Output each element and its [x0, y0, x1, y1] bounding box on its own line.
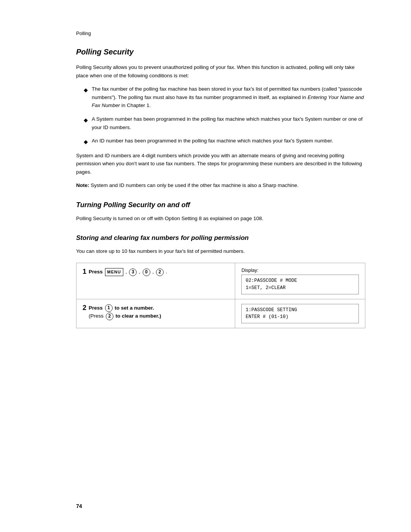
key-2-step2: 2: [106, 313, 113, 320]
key-3: 3: [129, 268, 137, 276]
step-1-number: 1: [83, 268, 89, 276]
step-1-display-cell: Display: 02:PASSCODE # MODE 1=SET, 2=CLE…: [235, 263, 365, 299]
display-box-1: 02:PASSCODE # MODE 1=SET, 2=CLEAR: [241, 275, 359, 294]
polling-security-intro: Polling Security allows you to prevent u…: [76, 63, 365, 80]
diamond-icon-1: ◆: [84, 86, 88, 94]
polling-security-section: Polling Security Polling Security allows…: [76, 48, 365, 190]
storing-clearing-section: Storing and clearing fax numbers for pol…: [76, 234, 365, 329]
turning-on-off-section: Turning Polling Security on and off Poll…: [76, 201, 365, 223]
bullet-item-3: ◆ An ID number has been programmed in th…: [84, 137, 365, 146]
key-2: 2: [156, 268, 164, 276]
diamond-icon-3: ◆: [84, 137, 88, 146]
polling-security-title: Polling Security: [76, 48, 365, 56]
turning-on-off-title: Turning Polling Security on and off: [76, 201, 365, 209]
step-1-instruction: Press MENU , 3 , 0 , 2 .: [89, 268, 167, 276]
display-line-2-1: 1:PASSCODE SETTING: [245, 307, 355, 314]
bullet-text-3: An ID number has been programmed in the …: [92, 137, 333, 145]
bullet-item-2: ◆ A System number has been programmed in…: [84, 115, 365, 131]
steps-table: 1 Press MENU , 3 , 0 , 2 . D: [76, 263, 365, 328]
note-content: System and ID numbers can only be used i…: [91, 182, 298, 188]
bullet-list: ◆ The fax number of the polling fax mach…: [84, 85, 365, 146]
bullet-item-1: ◆ The fax number of the polling fax mach…: [84, 85, 365, 110]
note-text: Note: System and ID numbers can only be …: [76, 181, 365, 190]
storing-clearing-title: Storing and clearing fax numbers for pol…: [76, 234, 365, 242]
to-set-text: to set a number.: [115, 305, 154, 311]
menu-key: MENU: [105, 268, 123, 276]
to-clear-text: to clear a number.): [116, 313, 161, 319]
press-2-paren: (Press: [89, 313, 105, 319]
display-box-2: 1:PASSCODE SETTING ENTER # (01-10): [241, 304, 359, 324]
page-header: Polling: [76, 30, 365, 36]
step-1-row: 1 Press MENU , 3 , 0 , 2 . D: [76, 263, 365, 299]
step-2-number: 2: [83, 304, 89, 312]
step-2-instruction-cell: 2 Press 1 to set a number. (Press 2 to c…: [76, 299, 235, 328]
turning-on-off-body: Polling Security is turned on or off wit…: [76, 214, 365, 223]
display-line-1-2: 1=SET, 2=CLEAR: [245, 284, 355, 292]
key-1: 1: [105, 304, 113, 312]
display-label-1: Display:: [241, 268, 359, 273]
display-line-1-1: 02:PASSCODE # MODE: [245, 277, 355, 284]
press-label-1: Press: [89, 269, 103, 275]
header-text: Polling: [76, 30, 91, 36]
note-label: Note:: [76, 182, 89, 188]
display-line-2-2: ENTER # (01-10): [245, 313, 355, 321]
page-number: 74: [76, 503, 82, 509]
system-id-description: System and ID numbers are 4-digit number…: [76, 152, 365, 176]
press-label-2: Press: [89, 305, 103, 311]
storing-clearing-body: You can store up to 10 fax numbers in yo…: [76, 247, 365, 256]
step-2-display-cell: 1:PASSCODE SETTING ENTER # (01-10): [235, 299, 365, 328]
page: Polling Polling Security Polling Securit…: [0, 0, 411, 532]
key-0: 0: [143, 268, 150, 276]
step-1-instruction-cell: 1 Press MENU , 3 , 0 , 2 .: [76, 263, 235, 299]
step-2-instruction: Press 1 to set a number. (Press 2 to cle…: [89, 304, 161, 320]
italic-reference-1: Entering Your Name and Fax Number: [92, 94, 364, 109]
step-2-row: 2 Press 1 to set a number. (Press 2 to c…: [76, 299, 365, 328]
diamond-icon-2: ◆: [84, 116, 88, 124]
bullet-text-2: A System number has been programmed in t…: [92, 115, 365, 131]
bullet-text-1: The fax number of the polling fax machin…: [92, 85, 365, 110]
